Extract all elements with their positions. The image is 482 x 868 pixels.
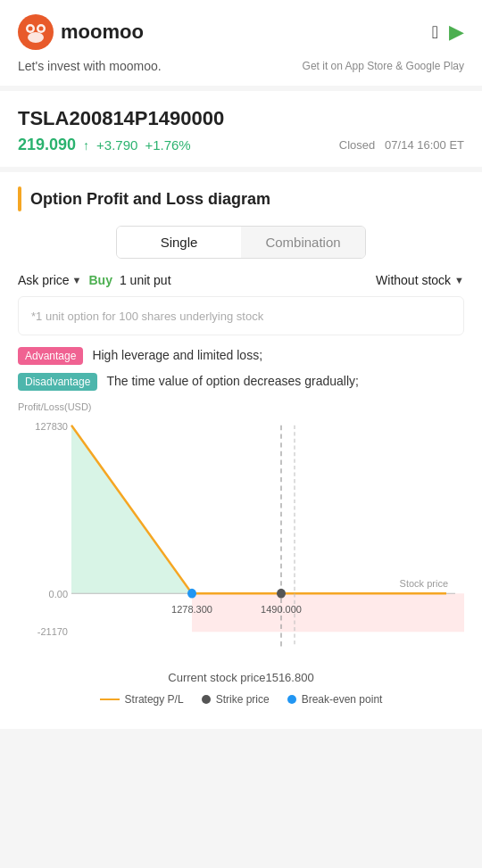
breakeven-dot (187, 589, 196, 599)
strike-x-label: 1490.000 (261, 603, 302, 614)
pnl-chart: 127830 0.00 -21170 1278.300 1490.000 Sto… (18, 416, 464, 665)
controls-right[interactable]: Without stock ▼ (376, 273, 464, 287)
moomoo-logo-icon (18, 14, 54, 50)
tagline: Let's invest with moomoo. (18, 59, 162, 73)
get-it-text: Get it on App Store & Google Play (303, 60, 464, 72)
price-left: 219.090 ↑ +3.790 +1.76% (18, 136, 191, 154)
google-play-icon[interactable]: ▶ (449, 21, 464, 44)
pnl-section: Option Profit and Loss diagram Single Co… (0, 172, 482, 729)
advantage-tag: Advantage (18, 347, 83, 365)
tagline-row: Let's invest with moomoo. Get it on App … (0, 59, 482, 86)
logo-text: moomoo (61, 21, 144, 44)
disadvantage-tag: Disadvantage (18, 373, 97, 391)
legend: Strategy P/L Strike price Break-even poi… (18, 693, 464, 715)
y-axis-label: Profit/Loss(USD) (18, 401, 464, 412)
ask-price-dropdown-arrow: ▼ (72, 275, 82, 285)
ticker-section: TSLA200814P1490000 219.090 ↑ +3.790 +1.7… (0, 91, 482, 167)
price-value: 219.090 (18, 136, 76, 154)
pnl-title: Option Profit and Loss diagram (30, 190, 270, 209)
without-stock-label: Without stock (376, 273, 451, 287)
apple-icon[interactable]:  (432, 22, 438, 43)
legend-strategy-label: Strategy P/L (125, 693, 184, 706)
tab-combination[interactable]: Combination (241, 227, 365, 258)
ticker-symbol: TSLA200814P1490000 (18, 107, 464, 130)
market-status: Closed 07/14 16:00 ET (339, 138, 464, 152)
legend-strike-label: Strike price (216, 693, 270, 706)
buy-label: Buy (88, 273, 112, 287)
legend-breakeven-label: Break-even point (302, 693, 383, 706)
svg-point-4 (29, 27, 33, 31)
price-arrow: ↑ (83, 138, 89, 153)
ask-price-control[interactable]: Ask price ▼ (18, 273, 81, 287)
status-text: Closed (339, 138, 375, 152)
advantage-row: Advantage High leverage and limited loss… (18, 346, 464, 365)
orange-bar-accent (18, 186, 21, 211)
svg-point-3 (28, 32, 44, 43)
disadvantage-desc: The time value of option decreases gradu… (106, 372, 359, 391)
svg-point-5 (39, 27, 44, 31)
legend-strategy: Strategy P/L (100, 693, 184, 706)
info-box-text: *1 unit option for 100 shares underlying… (31, 310, 263, 323)
logo-area: moomoo (18, 14, 144, 50)
legend-breakeven-dot (287, 695, 296, 704)
advantage-desc: High leverage and limited loss; (92, 346, 262, 365)
ask-price-label: Ask price (18, 273, 70, 287)
controls-left: Ask price ▼ Buy 1 unit put (18, 273, 171, 287)
header-icons:  ▶ (432, 21, 464, 44)
strike-dot (277, 589, 286, 599)
legend-strike: Strike price (202, 693, 270, 706)
tags-row: Advantage High leverage and limited loss… (18, 346, 464, 391)
ticker-price-row: 219.090 ↑ +3.790 +1.76% Closed 07/14 16:… (18, 136, 464, 154)
breakeven-x-label: 1278.300 (171, 603, 212, 614)
tab-group: Single Combination (116, 226, 366, 259)
info-box: *1 unit option for 100 shares underlying… (18, 296, 464, 335)
chart-container: Profit/Loss(USD) 127830 0.00 -21170 1278… (18, 401, 464, 715)
legend-breakeven: Break-even point (287, 693, 383, 706)
tab-single[interactable]: Single (117, 227, 241, 258)
current-price-label: Current stock price1516.800 (18, 671, 464, 684)
header: moomoo  ▶ (0, 0, 482, 59)
y-bottom-label: -21170 (37, 625, 68, 636)
price-change: +3.790 (96, 137, 137, 153)
y-zero-label: 0.00 (49, 588, 68, 599)
price-pct: +1.76% (145, 137, 190, 153)
status-time: 07/14 16:00 ET (385, 138, 464, 152)
stock-price-x-label: Stock price (400, 577, 448, 588)
unit-put: 1 unit put (120, 273, 171, 287)
legend-strategy-line (100, 699, 120, 700)
without-stock-dropdown-arrow: ▼ (454, 275, 464, 285)
controls-row: Ask price ▼ Buy 1 unit put Without stock… (18, 273, 464, 287)
disadvantage-row: Disadvantage The time value of option de… (18, 372, 464, 391)
loss-fill (192, 593, 464, 632)
y-top-label: 127830 (35, 421, 68, 432)
pnl-title-row: Option Profit and Loss diagram (18, 186, 464, 211)
legend-strike-dot (202, 695, 211, 704)
